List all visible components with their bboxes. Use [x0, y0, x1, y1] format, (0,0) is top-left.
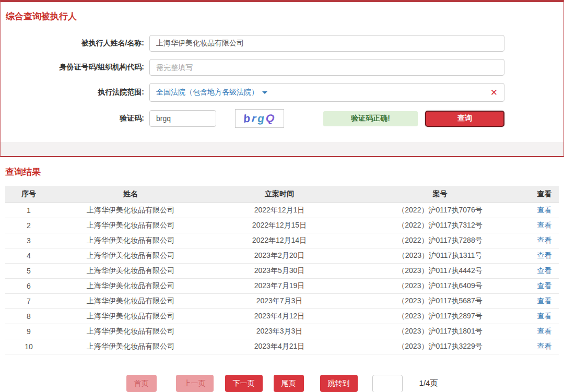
view-link[interactable]: 查看 [537, 342, 552, 350]
row-name: 上海华伊美化妆品有限公司 [52, 233, 209, 248]
pagination-bar: 首页 上一页 下一页 尾页 跳转到 1/4页 [5, 375, 559, 392]
col-header-no: 序号 [5, 186, 52, 203]
row-name: 上海华伊美化妆品有限公司 [52, 248, 209, 263]
table-row: 3 上海华伊美化妆品有限公司 2022年12月14日 （2022）沪0117执7… [5, 233, 559, 248]
row-date: 2022年12月15日 [209, 218, 350, 233]
view-link[interactable]: 查看 [537, 206, 552, 214]
view-link[interactable]: 查看 [537, 251, 552, 259]
row-index: 6 [5, 278, 52, 293]
captcha-field-row: 验证码: b r g Q 验证码正确! 查询 [1, 109, 563, 128]
view-link[interactable]: 查看 [537, 221, 552, 229]
row-name: 上海华伊美化妆品有限公司 [52, 293, 209, 308]
row-index: 3 [5, 233, 52, 248]
row-case-no: （2023）沪0117执2897号 [350, 308, 530, 324]
row-index: 7 [5, 293, 52, 308]
results-section: 查询结果 序号 姓名 立案时间 案号 查看 1 上海华伊美化妆品有限公司 202… [0, 166, 564, 392]
id-field-label: 身份证号码/组织机构代码: [1, 63, 149, 72]
row-name: 上海华伊美化妆品有限公司 [52, 278, 209, 293]
col-header-case: 案号 [350, 186, 530, 203]
court-field-row: 执行法院范围: 全国法院（包含地方各级法院） ✕ [1, 83, 563, 102]
row-case-no: （2022）沪0117执7288号 [350, 233, 530, 248]
court-scope-box: 全国法院（包含地方各级法院） ✕ [149, 83, 504, 102]
row-case-no: （2023）沪0117执1311号 [350, 248, 530, 263]
row-case-no: （2023）沪0117执6409号 [350, 278, 530, 293]
captcha-image[interactable]: b r g Q [235, 109, 284, 128]
court-field-label: 执行法院范围: [1, 88, 149, 97]
row-date: 2023年7月3日 [209, 293, 350, 308]
first-page-button[interactable]: 首页 [126, 375, 157, 392]
next-page-button[interactable]: 下一页 [225, 375, 263, 392]
col-header-name: 姓名 [52, 186, 209, 203]
query-panel: 综合查询被执行人 被执行人姓名/名称: 身份证号码/组织机构代码: 执行法院范围… [0, 0, 564, 157]
row-date: 2023年7月19日 [209, 278, 350, 293]
col-header-date: 立案时间 [209, 186, 350, 203]
table-row: 6 上海华伊美化妆品有限公司 2023年7月19日 （2023）沪0117执64… [5, 278, 559, 293]
row-date: 2022年12月14日 [209, 233, 350, 248]
name-field-label: 被执行人姓名/名称: [1, 39, 149, 48]
table-row: 8 上海华伊美化妆品有限公司 2023年4月12日 （2023）沪0117执28… [5, 308, 559, 324]
row-index: 1 [5, 203, 52, 218]
col-header-view: 查看 [530, 186, 559, 203]
captcha-field-label: 验证码: [1, 114, 149, 123]
table-row: 4 上海华伊美化妆品有限公司 2023年2月20日 （2023）沪0117执13… [5, 248, 559, 263]
id-input[interactable] [149, 59, 504, 76]
row-case-no: （2023）沪0117执3229号 [350, 339, 530, 354]
row-index: 10 [5, 339, 52, 354]
row-index: 8 [5, 308, 52, 324]
caret-down-icon [262, 91, 267, 94]
court-scope-dropdown[interactable]: 全国法院（包含地方各级法院） [156, 88, 267, 97]
row-name: 上海华伊美化妆品有限公司 [52, 339, 209, 354]
court-scope-value: 全国法院（包含地方各级法院） [156, 88, 258, 97]
id-field-row: 身份证号码/组织机构代码: [1, 59, 563, 76]
row-name: 上海华伊美化妆品有限公司 [52, 218, 209, 233]
row-date: 2023年2月20日 [209, 248, 350, 263]
row-case-no: （2022）沪0117执7312号 [350, 218, 530, 233]
row-case-no: （2022）沪0117执7076号 [350, 203, 530, 218]
view-link[interactable]: 查看 [537, 312, 552, 320]
name-field-row: 被执行人姓名/名称: [1, 35, 563, 52]
row-name: 上海华伊美化妆品有限公司 [52, 263, 209, 278]
captcha-letter: Q [265, 112, 276, 125]
jump-to-button[interactable]: 跳转到 [320, 375, 358, 392]
row-index: 5 [5, 263, 52, 278]
query-panel-title: 综合查询被执行人 [1, 2, 563, 22]
query-form: 被执行人姓名/名称: 身份证号码/组织机构代码: 执行法院范围: 全国法院（包含… [1, 35, 563, 128]
row-name: 上海华伊美化妆品有限公司 [52, 203, 209, 218]
view-link[interactable]: 查看 [537, 236, 552, 244]
table-header-row: 序号 姓名 立案时间 案号 查看 [5, 186, 559, 203]
row-case-no: （2023）沪0117执4442号 [350, 263, 530, 278]
row-name: 上海华伊美化妆品有限公司 [52, 324, 209, 339]
table-row: 10 上海华伊美化妆品有限公司 2023年4月21日 （2023）沪0117执3… [5, 339, 559, 354]
row-date: 2023年3月3日 [209, 324, 350, 339]
table-row: 5 上海华伊美化妆品有限公司 2023年5月30日 （2023）沪0117执44… [5, 263, 559, 278]
row-index: 2 [5, 218, 52, 233]
results-table: 序号 姓名 立案时间 案号 查看 1 上海华伊美化妆品有限公司 2022年12月… [5, 186, 559, 354]
query-button[interactable]: 查询 [425, 111, 504, 127]
table-row: 2 上海华伊美化妆品有限公司 2022年12月15日 （2022）沪0117执7… [5, 218, 559, 233]
captcha-status-message: 验证码正确! [323, 111, 418, 126]
name-input[interactable] [149, 35, 504, 52]
prev-page-button[interactable]: 上一页 [176, 375, 214, 392]
view-link[interactable]: 查看 [537, 266, 552, 275]
row-date: 2023年4月21日 [209, 339, 350, 354]
results-title: 查询结果 [5, 166, 559, 178]
row-date: 2022年12月1日 [209, 203, 350, 218]
row-date: 2023年5月30日 [209, 263, 350, 278]
captcha-input[interactable] [149, 110, 216, 127]
clear-court-icon[interactable]: ✕ [490, 88, 498, 97]
panel-footer-strip [1, 142, 563, 156]
view-link[interactable]: 查看 [537, 281, 552, 290]
row-index: 4 [5, 248, 52, 263]
view-link[interactable]: 查看 [537, 296, 552, 305]
row-name: 上海华伊美化妆品有限公司 [52, 308, 209, 324]
view-link[interactable]: 查看 [537, 327, 552, 335]
table-row: 9 上海华伊美化妆品有限公司 2023年3月3日 （2023）沪0117执180… [5, 324, 559, 339]
row-date: 2023年4月12日 [209, 308, 350, 324]
jump-page-input[interactable] [372, 375, 403, 392]
last-page-button[interactable]: 尾页 [274, 375, 304, 392]
page-info-text: 1/4页 [419, 378, 438, 388]
table-row: 1 上海华伊美化妆品有限公司 2022年12月1日 （2022）沪0117执70… [5, 203, 559, 218]
row-index: 9 [5, 324, 52, 339]
table-row: 7 上海华伊美化妆品有限公司 2023年7月3日 （2023）沪0117执568… [5, 293, 559, 308]
row-case-no: （2023）沪0117执5687号 [350, 293, 530, 308]
